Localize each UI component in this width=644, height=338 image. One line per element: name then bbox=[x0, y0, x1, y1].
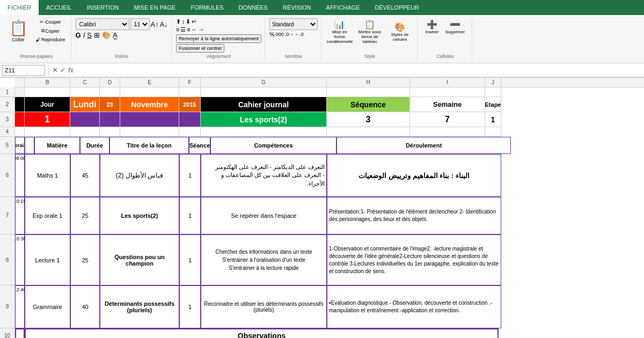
cell-5-seance[interactable]: Séance bbox=[189, 137, 210, 154]
cell-9-deroulement[interactable]: •Evaluation diagnostique - Observation, … bbox=[327, 285, 501, 328]
cell-3-j[interactable]: 1 bbox=[485, 112, 501, 127]
thousands-icon[interactable]: 000 bbox=[276, 32, 284, 37]
cell-2-e[interactable]: Novembre bbox=[120, 97, 179, 112]
cell-6-competences[interactable]: التعرف على الديكامتر - التعرف على الهكتو… bbox=[201, 154, 327, 197]
cell-3-f[interactable] bbox=[179, 112, 201, 127]
cell-5-titre[interactable]: Titre de la leçon bbox=[109, 137, 189, 154]
cell-3-i[interactable]: 7 bbox=[410, 112, 485, 127]
decrease-font-button[interactable]: A↓ bbox=[160, 20, 168, 28]
inserer-button[interactable]: ➕ Insérer bbox=[423, 18, 441, 35]
cell-2-g[interactable]: Cahier journal bbox=[201, 97, 327, 112]
cell-7-deroulement[interactable]: Présentation:1- Présentation de l'élémen… bbox=[327, 197, 501, 234]
cell-9-duree[interactable]: 40 bbox=[70, 285, 100, 328]
cell-6-seance[interactable]: 1 bbox=[179, 154, 201, 197]
cell-4-c[interactable] bbox=[70, 127, 100, 137]
cell-9-horaire[interactable]: 12:40 bbox=[15, 285, 25, 328]
coller-button[interactable]: 📋 Coller bbox=[5, 18, 31, 43]
cell-8-matiere[interactable]: Lecture 1 bbox=[25, 234, 70, 285]
cell-7-titre[interactable]: Les sports(2) bbox=[100, 197, 179, 234]
cell-4-d[interactable] bbox=[100, 127, 120, 137]
supprimer-button[interactable]: ➖ Supprimer bbox=[443, 18, 467, 35]
format-select[interactable]: Standard bbox=[269, 18, 318, 30]
percent-icon[interactable]: % bbox=[269, 31, 275, 38]
cell-3-d[interactable] bbox=[100, 112, 120, 127]
tab-fichier[interactable]: FICHIER bbox=[0, 0, 39, 15]
cell-8-deroulement[interactable]: 1-Observation et commentaire de l'image2… bbox=[327, 234, 501, 285]
cell-10-a[interactable] bbox=[15, 328, 25, 338]
confirm-formula-icon[interactable]: ✓ bbox=[60, 66, 66, 74]
cell-2-c[interactable]: Lundi bbox=[70, 97, 100, 112]
cell-5-matiere[interactable]: Matière bbox=[34, 137, 80, 154]
cell-2-b[interactable]: Jour bbox=[25, 97, 70, 112]
tab-donnees[interactable]: DONNÉES bbox=[231, 0, 275, 15]
cell-6-titre[interactable]: قياس الأطوال (2) bbox=[100, 154, 179, 197]
tab-accueil[interactable]: ACCUEIL bbox=[39, 0, 79, 15]
cancel-formula-icon[interactable]: ✕ bbox=[52, 66, 58, 74]
cell-4-b[interactable] bbox=[25, 127, 70, 137]
cell-3-e[interactable] bbox=[120, 112, 179, 127]
cell-8-titre[interactable]: Questions pou un champion bbox=[100, 234, 179, 285]
tab-developpeur[interactable]: DÉVELOPPEUR bbox=[368, 0, 427, 15]
align-right-button[interactable]: ≡ bbox=[187, 26, 190, 33]
align-center-button[interactable]: ☰ bbox=[180, 26, 186, 33]
cell-3-c[interactable] bbox=[70, 112, 100, 127]
cell-3-g[interactable]: Les sports(2) bbox=[201, 112, 327, 127]
underline-button[interactable]: S bbox=[87, 31, 92, 39]
cell-8-competences[interactable]: Chercher des informations dans un texte … bbox=[201, 234, 327, 285]
align-left-button[interactable]: ≡ bbox=[176, 26, 179, 33]
cell-2-d[interactable]: 23 bbox=[100, 97, 120, 112]
couper-button[interactable]: ✂ Couper bbox=[33, 18, 68, 26]
cell-9-titre[interactable]: Déterminants possessifs (pluriels) bbox=[100, 285, 179, 328]
font-name-select[interactable]: Calibri bbox=[76, 18, 129, 30]
cell-1-h[interactable] bbox=[327, 87, 410, 97]
cell-1-c[interactable] bbox=[70, 87, 100, 97]
cell-2-h[interactable]: Séquence bbox=[327, 97, 410, 112]
cell-9-seance[interactable]: 1 bbox=[179, 285, 201, 328]
indent-dec-button[interactable]: ← bbox=[192, 26, 197, 33]
cell-1-f[interactable] bbox=[179, 87, 201, 97]
cell-1-b[interactable] bbox=[25, 87, 70, 97]
cell-9-matiere[interactable]: Grammaire bbox=[25, 285, 70, 328]
cell-8-horaire[interactable]: 10:30 bbox=[15, 234, 25, 285]
cell-7-horaire[interactable]: 10:15 bbox=[15, 197, 25, 234]
cell-4-j[interactable] bbox=[485, 127, 501, 137]
cell-6-deroulement[interactable]: البناء : بناء المفاهيم وترييض الوضعيات bbox=[327, 154, 501, 197]
border-button[interactable]: ⊞ bbox=[94, 31, 100, 39]
function-icon[interactable]: fx bbox=[68, 66, 74, 74]
increase-font-button[interactable]: A↑ bbox=[151, 20, 159, 28]
bold-button[interactable]: G bbox=[76, 31, 81, 39]
name-box[interactable] bbox=[2, 65, 45, 76]
cell-3-h[interactable]: 3 bbox=[327, 112, 410, 127]
decrease-decimal-icon[interactable]: ←.0 bbox=[295, 32, 304, 37]
align-top-button[interactable]: ⬆ bbox=[176, 18, 181, 25]
italic-button[interactable]: I bbox=[83, 31, 85, 39]
font-size-select[interactable]: 11 bbox=[130, 18, 150, 30]
cell-3-b[interactable]: 1 bbox=[25, 112, 70, 127]
cell-4-i[interactable] bbox=[410, 127, 485, 137]
cell-7-seance[interactable]: 1 bbox=[179, 197, 201, 234]
cell-6-duree[interactable]: 45 bbox=[70, 154, 100, 197]
mise-forme-cond-button[interactable]: 📊 Mise en forme conditionnelle bbox=[326, 18, 354, 45]
cell-4-e[interactable] bbox=[120, 127, 179, 137]
cell-5-competences[interactable]: Compétences bbox=[210, 137, 336, 154]
cell-4-a[interactable] bbox=[15, 127, 25, 137]
align-bottom-button[interactable]: ⬇ bbox=[186, 18, 191, 25]
cell-7-matiere[interactable]: Exp orale 1 bbox=[25, 197, 70, 234]
cell-1-g[interactable] bbox=[201, 87, 327, 97]
formula-input[interactable] bbox=[76, 65, 642, 76]
highlight-button[interactable]: 🎨 bbox=[102, 31, 111, 39]
cell-4-f[interactable] bbox=[179, 127, 201, 137]
reproduire-button[interactable]: 🖌 Reproduire bbox=[33, 36, 68, 43]
cell-2-j[interactable]: Etape bbox=[485, 97, 501, 112]
mettre-tableau-button[interactable]: 📋 Mettre sous forme de tableau bbox=[356, 18, 384, 45]
cell-5-duree[interactable]: Durée bbox=[80, 137, 109, 154]
cell-6-matiere[interactable]: Maths 1 bbox=[25, 154, 70, 197]
cell-5-horaire-label[interactable]: Horaire bbox=[15, 137, 25, 154]
tab-revision[interactable]: RÉVISION bbox=[275, 0, 319, 15]
tab-formules[interactable]: FORMULES bbox=[183, 0, 231, 15]
cell-1-i[interactable] bbox=[410, 87, 485, 97]
cell-4-g[interactable] bbox=[201, 127, 327, 137]
align-middle-button[interactable]: ↕ bbox=[182, 18, 185, 25]
cell-8-duree[interactable]: 25 bbox=[70, 234, 100, 285]
cell-2-a[interactable] bbox=[15, 97, 25, 112]
